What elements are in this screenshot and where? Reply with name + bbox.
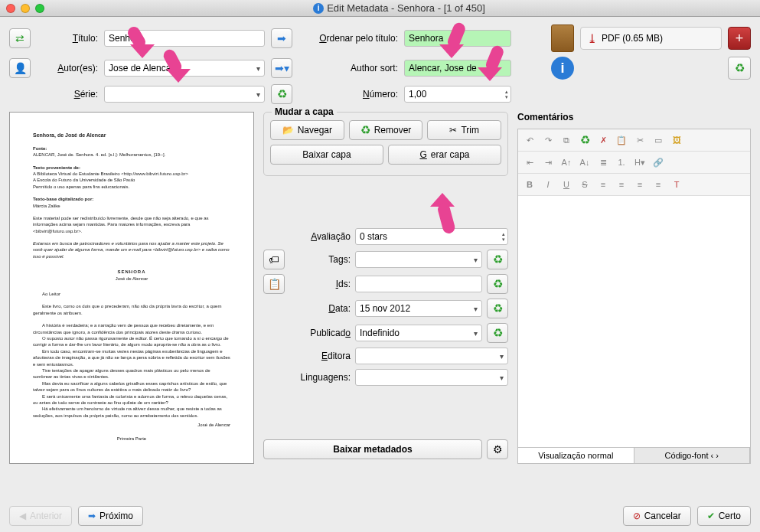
titulo-input[interactable] bbox=[104, 30, 265, 47]
autores-select[interactable]: Jose de Alencar bbox=[104, 60, 265, 77]
font-smaller-icon[interactable]: A↓ bbox=[576, 155, 593, 170]
cancelar-button[interactable]: ⊘ Cancelar bbox=[623, 506, 691, 526]
ordenar-titulo-label: Ordenar pelo título: bbox=[298, 33, 398, 44]
cut-icon[interactable]: ✂ bbox=[631, 132, 648, 148]
ids-input[interactable] bbox=[355, 276, 482, 292]
ids-label: Ids: bbox=[289, 279, 351, 289]
strike-icon[interactable]: S bbox=[576, 177, 593, 192]
list-ul-icon[interactable]: ≣ bbox=[595, 155, 612, 170]
numero-spinner[interactable]: 1,00 bbox=[404, 86, 511, 103]
editora-select[interactable] bbox=[355, 348, 508, 364]
align-right-icon[interactable]: ≡ bbox=[631, 177, 648, 192]
comments-toolbar-2: ⇤ ⇥ A↑ A↓ ≣ 1. H▾ 🔗 bbox=[518, 152, 750, 174]
publicado-recycle-button[interactable]: ♻ bbox=[487, 323, 508, 343]
titlebar: i Edit Metadata - Senhora - [1 of 450] bbox=[0, 0, 760, 17]
link-icon[interactable]: 🔗 bbox=[650, 155, 667, 170]
remove-format-icon[interactable]: ✗ bbox=[595, 132, 612, 148]
publicado-select[interactable]: Indefinido bbox=[355, 325, 482, 341]
italic-icon[interactable]: I bbox=[540, 177, 556, 192]
configure-download-button[interactable]: ⚙ bbox=[487, 439, 508, 459]
bold-icon[interactable]: B bbox=[521, 177, 538, 192]
format-label: PDF (0.65 MB) bbox=[602, 33, 663, 44]
redo-icon[interactable]: ↷ bbox=[540, 132, 556, 148]
info-icon: i bbox=[313, 3, 324, 14]
text-color-icon[interactable]: T bbox=[668, 177, 685, 192]
undo-icon[interactable]: ↶ bbox=[521, 132, 538, 148]
linguagens-select[interactable] bbox=[355, 369, 508, 386]
cover-group-title: Mudar a capa bbox=[272, 106, 337, 117]
comments-toolbar-3: B I U S ≡ ≡ ≡ ≡ T bbox=[518, 174, 750, 196]
download-metadata-button[interactable]: Baixar metadados bbox=[263, 439, 482, 459]
author-sort-input[interactable] bbox=[404, 60, 511, 77]
indent-icon[interactable]: ⇥ bbox=[540, 155, 556, 170]
remove-cover-button[interactable]: ♻ Remover bbox=[349, 120, 423, 140]
ids-recycle-button[interactable]: ♻ bbox=[487, 274, 508, 294]
tags-label: Tags: bbox=[289, 254, 351, 265]
comments-editor: ↶ ↷ ⧉ ♻ ✗ 📋 ✂ ▭ 🖼 ⇤ ⇥ A↑ A↓ ≣ 1. bbox=[517, 129, 751, 464]
window-title: i Edit Metadata - Senhora - [1 of 450] bbox=[44, 2, 754, 14]
list-ol-icon[interactable]: 1. bbox=[613, 155, 630, 170]
book-icon[interactable] bbox=[551, 24, 574, 52]
image-icon[interactable]: 🖼 bbox=[668, 132, 685, 148]
copy-icon[interactable]: ⧉ bbox=[558, 132, 575, 148]
editora-label: Editora bbox=[289, 351, 351, 361]
title-sort-arrow-button[interactable]: ➡ bbox=[271, 28, 292, 48]
align-left-icon[interactable]: ≡ bbox=[595, 177, 612, 192]
align-center-icon[interactable]: ≡ bbox=[613, 177, 630, 192]
autores-label: Autor(es): bbox=[37, 63, 98, 73]
avaliacao-select[interactable]: 0 stars bbox=[355, 228, 508, 245]
window-controls bbox=[6, 4, 44, 13]
comments-title: Comentários bbox=[517, 112, 751, 122]
proximo-button[interactable]: ➡ Próximo bbox=[78, 506, 143, 526]
tags-editor-button[interactable]: 🏷 bbox=[263, 250, 285, 269]
tab-normal-view[interactable]: Visualização normal bbox=[518, 448, 634, 463]
trim-cover-button[interactable]: ✂ Trim bbox=[427, 120, 501, 140]
minimize-window-button[interactable] bbox=[21, 4, 30, 13]
author-sort-arrow-button[interactable]: ➡▾ bbox=[271, 58, 292, 78]
comments-toolbar: ↶ ↷ ⧉ ♻ ✗ 📋 ✂ ▭ 🖼 bbox=[518, 129, 750, 152]
ids-paste-button[interactable]: 📋 bbox=[263, 274, 285, 294]
add-format-button[interactable]: + bbox=[728, 27, 751, 50]
tags-select[interactable] bbox=[355, 251, 482, 268]
paste-icon[interactable]: 📋 bbox=[613, 132, 630, 148]
numero-label: Número: bbox=[298, 89, 398, 100]
data-recycle-button[interactable]: ♻ bbox=[487, 299, 508, 318]
serie-label: Série: bbox=[37, 89, 98, 100]
browse-cover-button[interactable]: 📂 Navegar bbox=[270, 120, 344, 140]
cover-panel: Senhora, de José de Alencar Fonte:ALENCA… bbox=[9, 112, 254, 464]
tab-code-view[interactable]: Código-font ‹ › bbox=[634, 448, 751, 463]
serie-recycle-button[interactable]: ♻ bbox=[271, 84, 292, 104]
certo-button[interactable]: ✔ Certo bbox=[697, 506, 751, 526]
heading-icon[interactable]: H▾ bbox=[631, 155, 648, 170]
metadata-info-button[interactable]: i bbox=[551, 57, 574, 80]
titulo-label: TTítulo:ítulo: bbox=[37, 33, 98, 44]
author-sort-label: Author sort: bbox=[298, 63, 398, 73]
align-justify-icon[interactable]: ≡ bbox=[650, 177, 667, 192]
download-cover-button[interactable]: Baixar capa bbox=[270, 145, 383, 165]
serie-select[interactable] bbox=[104, 86, 265, 103]
swap-title-author-button[interactable]: ⇄ bbox=[9, 28, 31, 48]
cover-image[interactable]: Senhora, de José de Alencar Fonte:ALENCA… bbox=[9, 112, 254, 464]
tags-recycle-button[interactable]: ♻ bbox=[487, 250, 508, 269]
font-larger-icon[interactable]: A↑ bbox=[558, 155, 575, 170]
comments-textarea[interactable] bbox=[518, 196, 750, 447]
generate-cover-button[interactable]: Gerar capa bbox=[388, 145, 501, 165]
manage-authors-button[interactable]: 👤 bbox=[9, 58, 31, 78]
anterior-button: ◀ Anterior bbox=[9, 506, 72, 526]
recycle-format-button[interactable]: ♻ bbox=[728, 57, 751, 80]
avaliacao-label: Avaliação bbox=[289, 231, 351, 242]
pdf-icon: ⤓ bbox=[587, 31, 597, 46]
zoom-window-button[interactable] bbox=[35, 4, 44, 13]
clear-icon[interactable]: ♻ bbox=[576, 132, 593, 148]
data-select[interactable]: 15 nov 2012 bbox=[355, 300, 482, 317]
publicado-label: Publicado bbox=[289, 328, 351, 338]
linguagens-label: Linguagens: bbox=[289, 372, 351, 383]
outdent-icon[interactable]: ⇤ bbox=[521, 155, 538, 170]
select-all-icon[interactable]: ▭ bbox=[650, 132, 667, 148]
ordenar-titulo-input[interactable] bbox=[404, 30, 511, 47]
close-window-button[interactable] bbox=[6, 4, 15, 13]
data-label: Data: bbox=[289, 303, 351, 314]
underline-icon[interactable]: U bbox=[558, 177, 575, 192]
cover-actions-group: Mudar a capa 📂 Navegar ♻ Remover ✂ Trim … bbox=[263, 112, 508, 176]
format-pdf[interactable]: ⤓ PDF (0.65 MB) bbox=[580, 27, 722, 50]
